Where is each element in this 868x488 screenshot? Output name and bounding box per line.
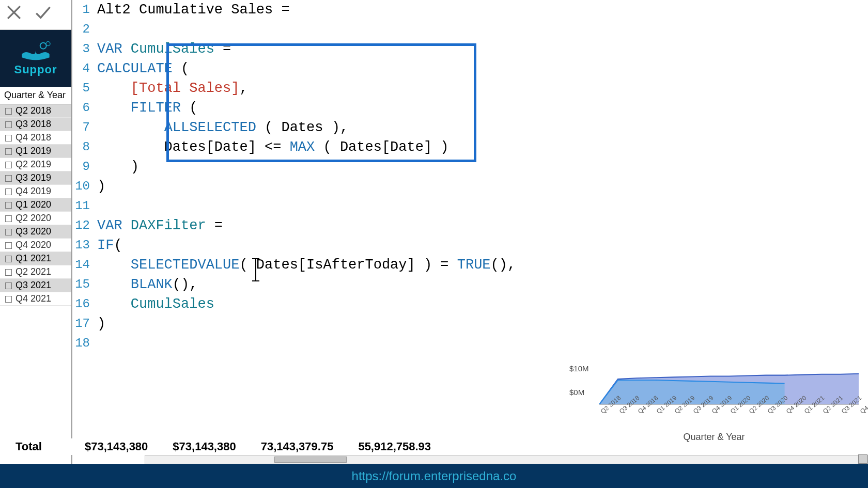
totals-cell-0: $73,143,380 <box>72 440 160 453</box>
slicer-item[interactable]: Q3 2019 <box>0 171 71 185</box>
line-number: 15 <box>72 275 95 294</box>
code-content[interactable]: CALCULATE ( <box>95 59 868 78</box>
line-number: 10 <box>72 177 95 196</box>
footer-bar: https://forum.enterprisedna.co <box>0 464 868 488</box>
slicer-item[interactable]: Q2 2020 <box>0 212 71 225</box>
support-icon <box>18 40 54 61</box>
slicer-item[interactable]: Q1 2019 <box>0 145 71 158</box>
code-line[interactable]: 15 BLANK(), <box>72 275 868 294</box>
line-number: 9 <box>72 157 95 177</box>
code-line[interactable]: 9 ) <box>72 157 868 177</box>
code-line[interactable]: 8 Dates[Date] <= MAX ( Dates[Date] ) <box>72 137 868 157</box>
brand-label: Suppor <box>14 63 57 76</box>
formula-bar-actions <box>0 0 71 30</box>
brand-badge: Suppor <box>0 30 71 87</box>
code-content[interactable]: SELECTEDVALUE( Dates[IsAfterToday] ) = T… <box>95 255 868 275</box>
line-number: 6 <box>72 98 95 118</box>
svg-point-0 <box>40 43 47 49</box>
line-number: 17 <box>72 314 95 334</box>
totals: Total $73,143,380 $73,143,380 73,143,379… <box>0 438 443 455</box>
code-line[interactable]: 2 <box>72 20 868 39</box>
footer-url[interactable]: https://forum.enterprisedna.co <box>352 469 517 483</box>
code-line[interactable]: 10) <box>72 177 868 196</box>
totals-cell-1: $73,143,380 <box>160 440 248 453</box>
code-line[interactable]: 6 FILTER ( <box>72 98 868 118</box>
code-line[interactable]: 1Alt2 Cumulative Sales = <box>72 0 868 20</box>
y-tick-0: $10M <box>569 364 589 388</box>
line-number: 5 <box>72 78 95 98</box>
slicer-item[interactable]: Q2 2018 <box>0 104 71 118</box>
code-line[interactable]: 17) <box>72 314 868 334</box>
cancel-button[interactable] <box>5 4 23 26</box>
totals-cell-3: 55,912,758.93 <box>346 440 443 453</box>
slicer-list[interactable]: Q2 2018Q3 2018Q4 2018Q1 2019Q2 2019Q3 20… <box>0 104 71 464</box>
totals-row: Total $73,143,380 $73,143,380 73,143,379… <box>0 438 475 455</box>
code-content[interactable]: ALLSELECTED ( Dates ), <box>95 118 868 137</box>
code-content[interactable]: VAR CumulSales = <box>95 39 868 59</box>
line-number: 13 <box>72 235 95 255</box>
code-line[interactable]: 14 SELECTEDVALUE( Dates[IsAfterToday] ) … <box>72 255 868 275</box>
code-line[interactable]: 11 <box>72 196 868 216</box>
slicer-item[interactable]: Q4 2020 <box>0 239 71 252</box>
totals-cell-2: 73,143,379.75 <box>249 440 346 453</box>
slicer-item[interactable]: Q4 2021 <box>0 292 71 306</box>
code-line[interactable]: 3VAR CumulSales = <box>72 39 868 59</box>
resize-grip[interactable] <box>858 454 867 464</box>
code-line[interactable]: 13IF( <box>72 235 868 255</box>
code-content[interactable]: [Total Sales], <box>95 78 868 98</box>
code-line[interactable]: 18 <box>72 334 868 353</box>
main-area: Suppor Quarter & Year Q2 2018Q3 2018Q4 2… <box>0 0 868 464</box>
svg-point-1 <box>46 42 50 46</box>
code-line[interactable]: 7 ALLSELECTED ( Dates ), <box>72 118 868 137</box>
slicer-item[interactable]: Q4 2018 <box>0 131 71 145</box>
line-number: 4 <box>72 59 95 78</box>
line-number: 1 <box>72 0 95 20</box>
y-axis: $10M $0M <box>569 364 589 395</box>
code-line[interactable]: 16 CumulSales <box>72 294 868 314</box>
chart-area: $10M $0M Q2 2018Q3 2018Q4 2018Q1 2019Q2 … <box>569 355 859 443</box>
code-content[interactable]: ) <box>95 157 868 177</box>
y-tick-1: $0M <box>569 388 589 412</box>
line-number: 18 <box>72 334 95 353</box>
slicer-item[interactable]: Q2 2019 <box>0 158 71 171</box>
accept-button[interactable] <box>34 4 52 26</box>
code-content[interactable]: CumulSales <box>95 294 868 314</box>
slicer-item[interactable]: Q2 2021 <box>0 265 71 279</box>
code-line[interactable]: 4CALCULATE ( <box>72 59 868 78</box>
app-root: Suppor Quarter & Year Q2 2018Q3 2018Q4 2… <box>0 0 868 488</box>
code-content[interactable]: ) <box>95 177 868 196</box>
slicer-item[interactable]: Q1 2021 <box>0 252 71 265</box>
code-line[interactable]: 12VAR DAXFilter = <box>72 216 868 235</box>
code-content[interactable]: BLANK(), <box>95 275 868 294</box>
text-cursor <box>255 258 256 281</box>
totals-label: Total <box>0 440 72 453</box>
slicer-item[interactable]: Q3 2020 <box>0 225 71 239</box>
slicer-item[interactable]: Q3 2021 <box>0 279 71 292</box>
line-number: 2 <box>72 20 95 39</box>
slicer-item[interactable]: Q1 2020 <box>0 198 71 212</box>
code-content[interactable]: Alt2 Cumulative Sales = <box>95 0 868 20</box>
line-number: 7 <box>72 118 95 137</box>
left-column: Suppor Quarter & Year Q2 2018Q3 2018Q4 2… <box>0 0 72 464</box>
code-content[interactable]: ) <box>95 314 868 334</box>
scrollbar-thumb[interactable] <box>274 456 347 463</box>
line-number: 12 <box>72 216 95 235</box>
line-number: 11 <box>72 196 95 216</box>
slicer-item[interactable]: Q4 2019 <box>0 185 71 198</box>
code-content[interactable]: VAR DAXFilter = <box>95 216 868 235</box>
chart-title: Quarter & Year <box>569 432 859 443</box>
line-number: 14 <box>72 255 95 275</box>
line-number: 8 <box>72 137 95 157</box>
code-line[interactable]: 5 [Total Sales], <box>72 78 868 98</box>
slicer-header: Quarter & Year <box>0 87 71 104</box>
code-content[interactable]: Dates[Date] <= MAX ( Dates[Date] ) <box>95 137 868 157</box>
code-container: 1Alt2 Cumulative Sales =23VAR CumulSales… <box>72 0 868 353</box>
code-content[interactable]: IF( <box>95 235 868 255</box>
line-number: 3 <box>72 39 95 59</box>
code-content[interactable]: FILTER ( <box>95 98 868 118</box>
formula-editor[interactable]: 1Alt2 Cumulative Sales =23VAR CumulSales… <box>72 0 868 464</box>
x-axis-labels: Q2 2018Q3 2018Q4 2018Q1 2019Q2 2019Q3 20… <box>599 406 859 432</box>
line-number: 16 <box>72 294 95 314</box>
horizontal-scrollbar[interactable] <box>145 455 868 464</box>
slicer-item[interactable]: Q3 2018 <box>0 118 71 131</box>
